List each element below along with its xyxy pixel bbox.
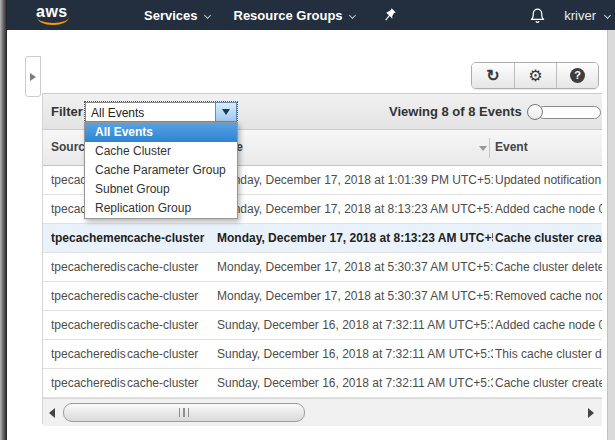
slider-knob[interactable]	[527, 104, 543, 120]
cell-event: Cache cluster deleted	[495, 253, 602, 281]
window-right-edge	[607, 30, 615, 440]
user-menu[interactable]: kriver	[564, 8, 612, 23]
table-row[interactable]: tpecacheredis cache-cluster Sunday, Dece…	[43, 369, 602, 398]
filter-select-open-button[interactable]	[215, 102, 237, 122]
slider-track	[537, 106, 601, 119]
cell-type: cache-cluster	[127, 224, 213, 252]
filter-label: Filter:	[51, 94, 87, 130]
services-menu[interactable]: Services	[144, 8, 210, 23]
cell-date: Sunday, December 16, 2018 at 7:32:11 AM …	[217, 311, 493, 339]
cell-date: Monday, December 17, 2018 at 8:13:23 AM …	[217, 195, 493, 223]
cell-event: Removed cache node	[495, 282, 602, 310]
aws-logo[interactable]: aws	[36, 3, 78, 27]
cell-source: tpecacheredis	[51, 369, 127, 397]
chevron-down-icon	[222, 109, 230, 115]
dropdown-option-subnet-group[interactable]: Subnet Group	[85, 180, 237, 199]
help-icon	[570, 68, 585, 83]
grip-icon	[183, 408, 185, 417]
cell-event: This cache cluster do	[495, 340, 602, 368]
dropdown-option-cache-parameter-group[interactable]: Cache Parameter Group	[85, 161, 237, 180]
cell-type: cache-cluster	[127, 282, 213, 310]
gear-icon	[528, 67, 542, 85]
grip-icon	[179, 408, 181, 417]
top-navbar: aws Services Resource Groups kriver	[0, 0, 615, 30]
viewing-count-text: Viewing 8 of 8 Events	[389, 94, 522, 130]
filter-dropdown-list: All Events Cache Cluster Cache Parameter…	[84, 122, 238, 219]
cell-source: tpecacheredis	[51, 282, 127, 310]
cell-date: Sunday, December 16, 2018 at 7:32:11 AM …	[217, 340, 493, 368]
column-header-event[interactable]: Event	[495, 130, 602, 165]
scroll-right-arrow-icon[interactable]	[588, 408, 594, 418]
pushpin-icon	[382, 7, 397, 23]
scroll-left-arrow-icon[interactable]	[49, 408, 55, 418]
column-header-date[interactable]: Date	[217, 130, 475, 165]
table-row[interactable]: tpecacheredis cache-cluster Monday, Dece…	[43, 282, 602, 311]
chevron-down-icon	[604, 11, 611, 18]
filter-selected-value: All Events	[85, 102, 215, 122]
settings-button[interactable]	[514, 63, 556, 88]
horizontal-scrollbar[interactable]	[43, 398, 602, 426]
cell-date: Sunday, December 16, 2018 at 7:32:11 AM …	[217, 369, 493, 397]
cell-event: Updated notification to	[495, 166, 602, 194]
aws-logo-smile	[37, 16, 69, 25]
cell-event: Cache cluster created	[495, 224, 602, 252]
resource-groups-menu[interactable]: Resource Groups	[234, 8, 355, 23]
refresh-button[interactable]	[472, 63, 514, 88]
window-left-edge	[0, 0, 7, 440]
grip-icon	[188, 408, 190, 417]
username: kriver	[564, 8, 596, 23]
table-row[interactable]: tpecacheredis cache-cluster Sunday, Dece…	[43, 340, 602, 369]
aws-console-window: aws Services Resource Groups kriver	[0, 0, 615, 440]
bell-icon	[529, 7, 546, 24]
table-toolbar	[471, 62, 599, 89]
cell-type: cache-cluster	[127, 253, 213, 281]
cell-event: Added cache node 00	[495, 195, 602, 223]
sort-descending-icon	[479, 146, 487, 151]
services-label: Services	[144, 8, 198, 23]
cell-date: Monday, December 17, 2018 at 5:30:37 AM …	[217, 282, 493, 310]
cell-type: cache-cluster	[127, 369, 213, 397]
dropdown-option-cache-cluster[interactable]: Cache Cluster	[85, 142, 237, 161]
dropdown-option-replication-group[interactable]: Replication Group	[85, 199, 237, 218]
pin-shortcut-button[interactable]	[382, 7, 397, 23]
cell-event: Added cache node 00	[495, 311, 602, 339]
cell-type: cache-cluster	[127, 311, 213, 339]
scrollbar-thumb[interactable]	[63, 403, 305, 422]
dropdown-option-all-events[interactable]: All Events	[85, 123, 237, 142]
column-divider	[489, 138, 490, 158]
cell-date: Monday, December 17, 2018 at 5:30:37 AM …	[217, 253, 493, 281]
help-button[interactable]	[556, 63, 598, 88]
cell-date: Monday, December 17, 2018 at 8:13:23 AM …	[217, 224, 493, 252]
chevron-right-icon	[30, 73, 36, 81]
cell-source: tpecacheredis	[51, 340, 127, 368]
cell-date: Monday, December 17, 2018 at 1:01:39 PM …	[217, 166, 493, 194]
cell-source: tpecachemem	[51, 224, 127, 252]
chevron-down-icon	[203, 11, 210, 18]
cell-source: tpecacheredis	[51, 253, 127, 281]
filter-select[interactable]: All Events	[84, 101, 238, 123]
table-row[interactable]: tpecacheredis cache-cluster Sunday, Dece…	[43, 311, 602, 340]
cell-type: cache-cluster	[127, 340, 213, 368]
cell-source: tpecacheredis	[51, 311, 127, 339]
refresh-icon	[486, 67, 499, 85]
table-row-selected[interactable]: tpecachemem cache-cluster Monday, Decemb…	[43, 224, 602, 253]
cell-event: Cache cluster created	[495, 369, 602, 397]
table-row[interactable]: tpecacheredis cache-cluster Monday, Dece…	[43, 253, 602, 282]
viewing-range-slider[interactable]	[527, 104, 607, 121]
sidebar-expand-button[interactable]	[25, 56, 41, 97]
notifications-button[interactable]	[529, 7, 546, 24]
chevron-down-icon	[349, 11, 356, 18]
resource-groups-label: Resource Groups	[234, 8, 343, 23]
